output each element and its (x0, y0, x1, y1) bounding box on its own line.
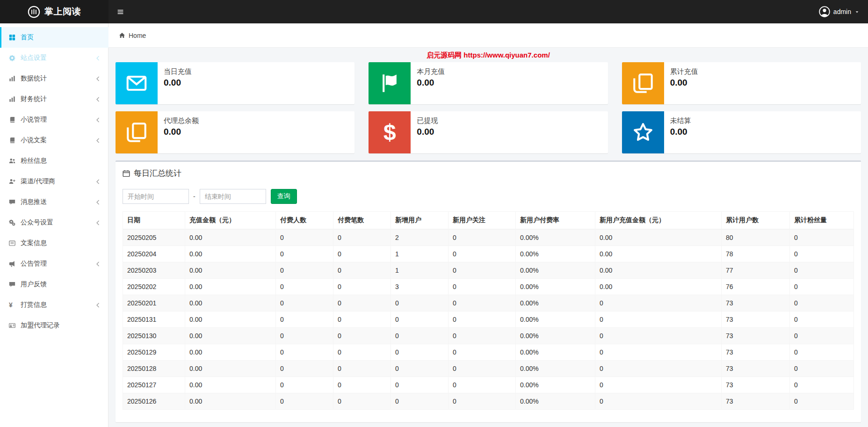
table-header-cell: 付费笔数 (333, 212, 391, 230)
stat-card-agent-balance[interactable]: 代理总余额0.00 (116, 111, 354, 153)
stat-card-icon-holder (622, 62, 664, 104)
sidebar-item-channel-agents[interactable]: 渠道/代理商 (0, 171, 108, 192)
sidebar-toggle-button[interactable] (108, 0, 132, 23)
user-name: admin (833, 8, 851, 15)
stat-card-total-recharge[interactable]: 累计充值0.00 (622, 62, 861, 104)
start-date-input[interactable] (123, 189, 189, 204)
flag-icon (379, 73, 400, 94)
sidebar-item-home[interactable]: 首页 (0, 27, 108, 48)
stat-card-value: 0.00 (164, 127, 199, 137)
sidebar-item-label: 加盟代理记录 (21, 321, 101, 330)
sidebar-item-site-settings[interactable]: 站点设置 (0, 48, 108, 68)
table-cell: 0 (276, 328, 333, 344)
table-cell: 0 (276, 229, 333, 246)
table-cell: 20250204 (123, 246, 185, 262)
table-cell: 0 (448, 262, 516, 279)
angle-left-icon (95, 76, 101, 82)
stat-card-icon-holder (116, 111, 158, 153)
sidebar-item-novel-copy[interactable]: 小说文案 (0, 130, 108, 151)
watermark-text: 启元源码网 https://www.qiyuan7.com/ (108, 48, 868, 61)
table-header-cell: 日期 (123, 212, 185, 230)
bullhorn-icon (9, 261, 15, 267)
user-menu[interactable]: admin (810, 0, 868, 23)
sidebar-item-label: 小说文案 (21, 136, 95, 145)
table-cell: 0 (276, 295, 333, 311)
angle-left-icon (95, 199, 101, 205)
table-cell: 0 (790, 295, 854, 311)
breadcrumb-home-link[interactable]: Home (129, 32, 146, 39)
angle-left-icon (95, 220, 101, 226)
table-cell: 73 (722, 295, 790, 311)
bar-chart-icon (9, 75, 15, 82)
stat-card-content: 本月充值0.00 (411, 62, 451, 104)
angle-left-icon (95, 179, 101, 185)
search-button[interactable]: 查询 (271, 189, 297, 204)
dollar-icon: $ (383, 121, 396, 144)
table-cell: 0 (790, 361, 854, 377)
stat-card-unsettled[interactable]: 未结算0.00 (622, 111, 861, 153)
table-header-cell: 累计粉丝量 (790, 212, 854, 230)
yen-icon: ¥ (9, 302, 13, 308)
table-cell: 0.00% (516, 246, 595, 262)
users-icon (9, 158, 15, 164)
table-cell: 0 (595, 393, 722, 410)
table-cell: 0 (448, 311, 516, 328)
sidebar-item-data-statistics[interactable]: 数据统计 (0, 68, 108, 89)
stat-card-title: 未结算 (670, 116, 691, 125)
table-row: 202502050.0000200.00%0.00800 (123, 229, 854, 246)
table-cell: 0.00 (185, 311, 276, 328)
table-row: 202501270.0000000.00%0730 (123, 377, 854, 393)
table-cell: 0 (790, 246, 854, 262)
sidebar-item-label: 公告管理 (21, 260, 95, 268)
stat-card-value: 0.00 (670, 127, 691, 137)
sidebar-item-message-push[interactable]: 消息推送 (0, 192, 108, 212)
table-cell: 73 (722, 311, 790, 328)
sidebar-item-label: 站点设置 (21, 54, 95, 62)
treeview-chevron-holder (95, 117, 101, 123)
sidebar-item-reward-info[interactable]: ¥打赏信息 (0, 295, 108, 315)
sidebar-item-announcement-management[interactable]: 公告管理 (0, 253, 108, 274)
sidebar-item-copy-info[interactable]: 文案信息 (0, 233, 108, 253)
stat-card-title: 已提现 (417, 116, 438, 125)
table-cell: 20250131 (123, 311, 185, 328)
angle-left-icon (95, 138, 101, 144)
gears-icon (9, 219, 15, 226)
end-date-input[interactable] (200, 189, 266, 204)
table-cell: 78 (722, 246, 790, 262)
table-cell: 0.00% (516, 279, 595, 295)
table-cell: 0 (333, 361, 391, 377)
stat-card-today-recharge[interactable]: 当日充值0.00 (116, 62, 354, 104)
sidebar-item-franchise-agent-records[interactable]: 加盟代理记录 (0, 315, 108, 336)
sidebar-item-icon-holder: ¥ (9, 302, 21, 308)
treeview-chevron-holder (95, 302, 101, 308)
sidebar-item-official-account-settings[interactable]: 公众号设置 (0, 212, 108, 233)
table-cell: 0.00% (516, 262, 595, 279)
sidebar-item-fans-info[interactable]: 粉丝信息 (0, 151, 108, 171)
stat-card-icon-holder: $ (369, 111, 411, 153)
brand[interactable]: 掌上阅读 (0, 0, 108, 23)
table-cell: 0 (276, 361, 333, 377)
table-cell: 20250129 (123, 344, 185, 361)
stat-card-title: 代理总余额 (164, 116, 199, 125)
table-cell: 0 (790, 311, 854, 328)
sidebar-item-icon-holder (9, 281, 21, 288)
angle-left-icon (95, 117, 101, 123)
table-cell: 0 (790, 262, 854, 279)
bars-icon (117, 8, 124, 15)
sidebar-item-icon-holder (9, 137, 21, 144)
table-cell: 0.00 (185, 295, 276, 311)
angle-left-icon (95, 96, 101, 102)
stat-card-month-recharge[interactable]: 本月充值0.00 (369, 62, 608, 104)
table-header-cell: 新用户付费率 (516, 212, 595, 230)
breadcrumb: Home (108, 23, 868, 48)
table-cell: 0 (276, 279, 333, 295)
sidebar-item-novel-management[interactable]: 小说管理 (0, 109, 108, 130)
sidebar-item-user-feedback[interactable]: 用户反馈 (0, 274, 108, 295)
sidebar-item-icon-holder (9, 322, 21, 329)
stat-card-withdrawn[interactable]: $已提现0.00 (369, 111, 608, 153)
table-cell: 73 (722, 361, 790, 377)
table-cell: 0.00% (516, 344, 595, 361)
sidebar-item-finance-statistics[interactable]: 财务统计 (0, 89, 108, 109)
main-content: Home 启元源码网 https://www.qiyuan7.com/ 当日充值… (108, 0, 868, 427)
table-cell: 0.00 (185, 229, 276, 246)
